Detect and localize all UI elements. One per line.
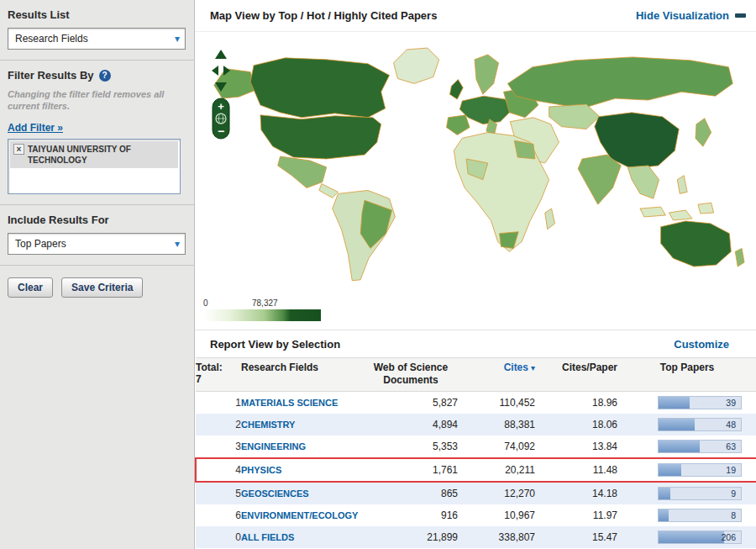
table-header-row: Total: 7 Research Fields Web of Science … bbox=[196, 358, 756, 392]
pan-up-icon bbox=[215, 50, 227, 59]
field-link[interactable]: PHYSICS bbox=[241, 464, 281, 476]
field-link[interactable]: MATERIALS SCIENCE bbox=[241, 397, 338, 409]
rank-cell: 0 bbox=[196, 526, 241, 548]
zoom-in-button[interactable]: + bbox=[218, 100, 224, 113]
map-continents bbox=[214, 48, 744, 281]
docs-cell: 21,899 bbox=[364, 526, 458, 548]
table-row: 0 ALL FIELDS 21,899 338,807 15.47 206 bbox=[196, 526, 756, 548]
field-link[interactable]: ALL FIELDS bbox=[241, 531, 294, 543]
sort-desc-icon: ▾ bbox=[531, 363, 535, 372]
field-link[interactable]: ENGINEERING bbox=[241, 441, 306, 452]
cites-per-paper-cell: 11.48 bbox=[535, 458, 617, 482]
pan-down-icon bbox=[215, 82, 227, 92]
field-link[interactable]: GEOSCIENCES bbox=[241, 488, 309, 499]
field-link[interactable]: CHEMISTRY bbox=[241, 419, 295, 430]
column-header-cites-per-paper[interactable]: Cites/Paper bbox=[535, 358, 617, 392]
zoom-out-button[interactable]: − bbox=[218, 124, 224, 138]
top-papers-cell: 39 bbox=[617, 392, 756, 414]
column-header-top-papers[interactable]: Top Papers bbox=[617, 358, 756, 392]
top-papers-bar: 39 bbox=[658, 396, 742, 409]
docs-cell: 865 bbox=[364, 482, 458, 504]
cites-cell: 88,381 bbox=[458, 414, 535, 436]
results-list-label: Results List bbox=[8, 8, 186, 21]
bar-fill bbox=[659, 464, 681, 476]
column-header-documents[interactable]: Web of Science Documents bbox=[364, 358, 458, 392]
top-papers-value: 8 bbox=[731, 509, 736, 521]
docs-cell: 1,761 bbox=[364, 458, 458, 482]
cites-per-paper-cell: 14.18 bbox=[535, 482, 617, 504]
top-papers-bar: 19 bbox=[658, 463, 742, 477]
chevron-down-icon: ▾ bbox=[175, 239, 180, 249]
total-value: 7 bbox=[196, 373, 241, 385]
cites-cell: 20,211 bbox=[458, 458, 535, 482]
filter-list-box[interactable]: × TAIYUAN UNIVERSITY OF TECHNOLOGY bbox=[8, 139, 181, 194]
selected-filter-chip[interactable]: × TAIYUAN UNIVERSITY OF TECHNOLOGY bbox=[10, 141, 178, 168]
table-row: 3 ENGINEERING 5,353 74,092 13.84 63 bbox=[196, 436, 756, 458]
top-papers-value: 206 bbox=[721, 531, 736, 543]
hide-visualization-link[interactable]: Hide Visualization bbox=[636, 9, 746, 22]
cites-per-paper-cell: 18.06 bbox=[535, 414, 617, 436]
include-results-select[interactable]: Top Papers ▾ bbox=[8, 233, 186, 255]
rank-cell: 3 bbox=[196, 436, 241, 458]
world-map-svg[interactable] bbox=[202, 35, 748, 284]
customize-link[interactable]: Customize bbox=[674, 338, 729, 351]
legend-min-label: 0 bbox=[203, 298, 208, 308]
bar-fill bbox=[659, 531, 724, 543]
table-row-highlighted: 4 PHYSICS 1,761 20,211 11.48 19 bbox=[196, 458, 756, 482]
docs-cell: 4,894 bbox=[364, 414, 458, 436]
clear-button[interactable]: Clear bbox=[8, 277, 53, 298]
add-filter-link[interactable]: Add Filter » bbox=[8, 122, 63, 134]
top-papers-value: 63 bbox=[726, 441, 736, 452]
divider bbox=[0, 265, 194, 266]
field-link[interactable]: ENVIRONMENT/ECOLOGY bbox=[241, 509, 358, 521]
cites-per-paper-cell: 11.97 bbox=[535, 504, 617, 526]
top-papers-value: 19 bbox=[726, 464, 736, 476]
bar-fill bbox=[659, 509, 669, 521]
top-papers-value: 9 bbox=[731, 488, 736, 499]
cites-per-paper-cell: 15.47 bbox=[535, 526, 617, 548]
total-label: Total: bbox=[196, 362, 241, 373]
map-zoom-controls[interactable]: + − bbox=[209, 49, 233, 140]
map-pan-control[interactable] bbox=[209, 49, 233, 92]
top-papers-cell: 8 bbox=[617, 504, 756, 526]
main-panel: Map View by Top / Hot / Highly Cited Pap… bbox=[195, 0, 756, 549]
top-papers-bar: 63 bbox=[658, 440, 742, 453]
filter-note: Changing the filter field removes all cu… bbox=[8, 88, 186, 113]
divider bbox=[0, 60, 194, 61]
map-zoom-pill[interactable]: + − bbox=[212, 98, 230, 140]
results-list-value: Research Fields bbox=[15, 33, 88, 45]
minimize-icon bbox=[735, 13, 746, 18]
top-papers-bar: 48 bbox=[658, 418, 742, 431]
report-header: Report View by Selection Customize bbox=[195, 330, 756, 357]
chevron-down-icon: ▾ bbox=[175, 34, 180, 44]
cites-per-paper-cell: 13.84 bbox=[535, 436, 617, 458]
table-row: 6 ENVIRONMENT/ECOLOGY 916 10,967 11.97 8 bbox=[196, 504, 756, 526]
results-list-select[interactable]: Research Fields ▾ bbox=[8, 28, 186, 50]
legend-max-label: 78,327 bbox=[252, 298, 278, 308]
top-papers-cell: 206 bbox=[617, 526, 756, 548]
cites-cell: 74,092 bbox=[458, 436, 535, 458]
map-header: Map View by Top / Hot / Highly Cited Pap… bbox=[195, 0, 756, 32]
top-papers-cell: 19 bbox=[617, 458, 756, 482]
world-map[interactable]: + − 0 78,327 bbox=[195, 35, 756, 330]
cites-cell: 10,967 bbox=[458, 504, 535, 526]
rank-cell: 2 bbox=[196, 414, 241, 436]
column-header-research-fields[interactable]: Research Fields bbox=[241, 358, 364, 392]
bar-fill bbox=[659, 419, 695, 430]
include-results-value: Top Papers bbox=[15, 238, 66, 250]
rank-cell: 6 bbox=[196, 504, 241, 526]
docs-cell: 5,353 bbox=[364, 436, 458, 458]
table-row: 5 GEOSCIENCES 865 12,270 14.18 9 bbox=[196, 482, 756, 504]
remove-filter-icon[interactable]: × bbox=[13, 144, 24, 155]
column-header-total: Total: 7 bbox=[196, 358, 241, 392]
column-header-cites[interactable]: Cites▾ bbox=[458, 358, 535, 392]
include-results-label: Include Results For bbox=[8, 214, 186, 226]
help-icon[interactable]: ? bbox=[99, 70, 111, 82]
save-criteria-button[interactable]: Save Criteria bbox=[61, 277, 143, 298]
rank-cell: 4 bbox=[196, 458, 241, 482]
legend-gradient-bar bbox=[203, 309, 321, 321]
top-papers-bar: 206 bbox=[658, 531, 742, 544]
divider bbox=[0, 204, 194, 205]
rank-cell: 5 bbox=[196, 482, 241, 504]
docs-cell: 916 bbox=[364, 504, 458, 526]
